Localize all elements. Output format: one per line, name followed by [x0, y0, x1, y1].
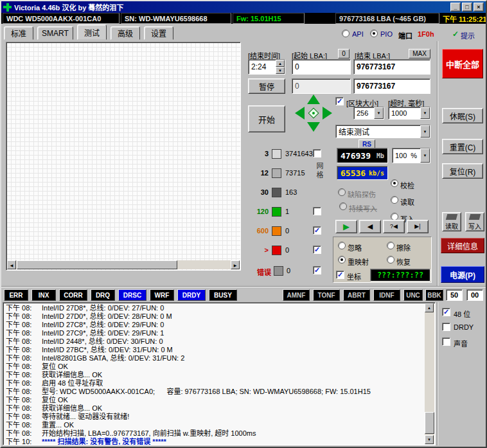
block-size-select[interactable]: 256 ▼ [353, 107, 384, 120]
48bit-checkbox[interactable]: ✓ [442, 308, 450, 316]
log-line: 下午 08:Intel/82801GB SATA, 总线: 0/DEV: 31/… [6, 354, 435, 363]
seek-button[interactable]: ?◀ [383, 220, 405, 233]
chevron-down-icon[interactable]: ▼ [420, 125, 430, 138]
write-mini-button[interactable]: 写入 [465, 212, 484, 231]
victoria-window: Victoria 4.46b 汉化 by 蓦然的泪下 _ □ × WDC WD5… [0, 0, 487, 448]
error-flag-amnf: AMNF [283, 289, 310, 301]
start-lba-value: 0 [295, 62, 299, 71]
chevron-down-icon[interactable]: ▼ [420, 107, 430, 119]
nav-left-icon[interactable] [295, 107, 305, 120]
chevron-down-icon[interactable]: ▼ [420, 148, 430, 163]
log-line: 下午 08:Intel/ID 27BC*, 总线: 0/DEV: 31/FUN:… [6, 346, 435, 354]
api-label: API [352, 30, 364, 38]
progress-mb-display: 476939 Mb [337, 148, 388, 163]
close-button[interactable]: × [474, 3, 484, 12]
defect-scan-radio[interactable] [338, 188, 346, 196]
step-end-button[interactable]: ▶| [407, 220, 429, 233]
scroll-down-icon[interactable]: ▼ [425, 435, 434, 444]
tab-test[interactable]: 测试 [77, 24, 107, 40]
nav-cluster [294, 94, 333, 132]
log-line: 下午 08:启用 48 位寻址存取 [6, 379, 435, 388]
drive-serial: SN: WD-WMAYU6598668 [121, 13, 231, 24]
tab-advanced[interactable]: 高级 [111, 26, 140, 40]
restore-radio[interactable] [387, 256, 394, 264]
block-filter-checkbox[interactable]: ✓ [313, 207, 321, 215]
read-label: 读取 [400, 197, 414, 207]
drdy-checkbox[interactable]: ✓ [442, 323, 450, 331]
power-button[interactable]: 电源(P) [441, 266, 484, 283]
tab-settings[interactable]: 设置 [144, 26, 173, 40]
error-flag-idnf: IDNF [373, 289, 400, 301]
error-register: 00 [466, 289, 483, 301]
current-lba-input[interactable]: 0 [292, 78, 351, 94]
spin-down-icon[interactable]: ▼ [276, 67, 285, 74]
sleep-button[interactable]: 休眠(S) [442, 108, 483, 123]
remap-radio[interactable] [338, 256, 346, 264]
status-flag-drsc: DRSC [118, 289, 146, 301]
passport-button[interactable]: 详细信息 [441, 238, 484, 253]
loop-write-radio[interactable] [339, 202, 347, 210]
chevron-down-icon[interactable]: ▼ [374, 107, 384, 119]
reset-button[interactable]: 复位(R) [442, 163, 483, 179]
read-radio[interactable] [391, 196, 398, 204]
percent-select[interactable]: 100 % ▼ [392, 148, 430, 163]
scan-map-hscrollbar[interactable]: ◀ ▶ [7, 260, 240, 269]
block-filter-checkbox[interactable]: ✓ [313, 246, 321, 254]
hscroll-thumb[interactable] [17, 260, 177, 269]
log-line: 下午 08:重置... OK [6, 421, 435, 429]
block-filter-checkbox[interactable]: ✓ [313, 226, 321, 235]
start-lba-zero-button[interactable]: 0 [338, 49, 350, 58]
end-time-spinner[interactable]: 2:24 ▲ ▼ [248, 59, 285, 75]
scroll-up-icon[interactable]: ▲ [425, 303, 434, 312]
sound-checkbox[interactable]: ✓ [442, 337, 450, 346]
tab-smart[interactable]: SMART [37, 26, 73, 40]
erase-label: 擦除 [396, 242, 411, 253]
pause-button[interactable]: 暂停 [248, 78, 285, 94]
minimize-button[interactable]: _ [450, 3, 461, 12]
play-button[interactable]: ▶ [335, 220, 357, 233]
read-mini-button[interactable]: 读取 [442, 212, 461, 231]
start-lba-input[interactable]: 0 [292, 59, 351, 75]
end-lba-max-button[interactable]: MAX [409, 49, 430, 58]
app-icon [3, 3, 12, 12]
spin-up-icon[interactable]: ▲ [276, 60, 285, 67]
coordinates-checkbox[interactable]: ✓ [336, 271, 344, 279]
ignore-radio[interactable] [338, 242, 346, 249]
nav-down-icon[interactable] [307, 122, 320, 132]
check-icon: ✓ [336, 98, 343, 105]
recall-button[interactable]: 重置(C) [442, 139, 483, 154]
hint-check-icon[interactable]: ✓ [452, 30, 459, 39]
erase-radio[interactable] [387, 242, 394, 249]
block-filter-checkbox[interactable]: ✓ [313, 149, 321, 157]
nav-up-icon[interactable] [307, 94, 320, 104]
window-title: Victoria 4.46b 汉化 by 蓦然的泪下 [14, 2, 123, 12]
api-radio[interactable] [342, 30, 350, 37]
log-vscrollbar[interactable]: ▲ ▼ [425, 303, 434, 444]
end-lba-input[interactable]: 976773167 [353, 59, 430, 75]
tab-standard[interactable]: 标准 [4, 26, 33, 40]
maximize-button[interactable]: □ [462, 3, 472, 12]
log-line: 下午 08:获取详细信息... OK [6, 404, 435, 413]
break-all-button[interactable]: 中断全部 [442, 49, 483, 78]
step-back-button[interactable]: ◀ [359, 220, 381, 233]
vscroll-thumb[interactable] [425, 412, 434, 434]
scroll-left-icon[interactable]: ◀ [7, 260, 16, 269]
nav-right-icon[interactable] [323, 107, 332, 120]
error-filter-checkbox[interactable]: ✓ [313, 266, 321, 274]
status-register: 50 [446, 289, 463, 301]
error-flag-bbk: BBK [425, 289, 443, 301]
log-line: 下午 08:型号: WDC WD5000AAKX-001CA0; 容量: 976… [6, 388, 435, 396]
verify-radio[interactable] [391, 179, 398, 187]
end-action-select[interactable]: 结束测试 ▼ [335, 125, 430, 138]
start-button[interactable]: 开始 [248, 105, 285, 132]
block-size-checkbox[interactable]: ✓ [335, 97, 344, 105]
percent-value: 100 [395, 152, 407, 159]
timeout-select[interactable]: 1000 ▼ [388, 107, 430, 120]
pio-radio[interactable] [370, 30, 378, 37]
nav-center-icon[interactable] [308, 108, 319, 119]
scroll-right-icon[interactable]: ▶ [231, 260, 240, 269]
end-lba-input-2[interactable]: 976773167 [353, 78, 430, 94]
speed-display: 65536 kb/s [337, 166, 388, 180]
window-controls: _ □ × [450, 3, 484, 12]
restore-label: 恢复 [396, 256, 411, 267]
